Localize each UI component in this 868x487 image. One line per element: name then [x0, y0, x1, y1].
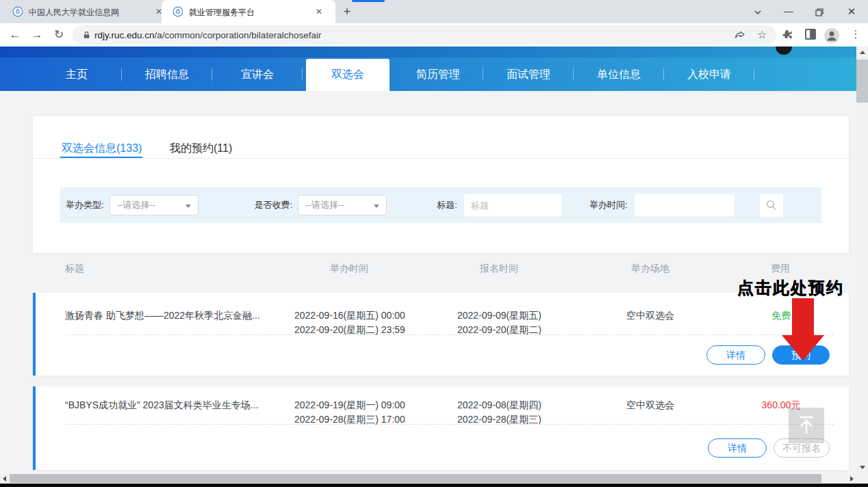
- scroll-left-icon[interactable]: [3, 476, 6, 482]
- share-icon[interactable]: [734, 29, 746, 41]
- detail-button[interactable]: 详情: [706, 345, 765, 365]
- browser-toolbar: ← → ↻ rdjy.ruc.edu.cn/a/common/corporati…: [0, 23, 868, 47]
- jobfair-panel: 双选会信息(133) 我的预约(11) 举办类型: --请选择-- 是否收费: …: [33, 116, 849, 253]
- window-close-button[interactable]: ✕: [841, 0, 863, 23]
- col-hold-time: 举办时间: [330, 263, 368, 275]
- jobfair-row-1: 激扬青春 助飞梦想——2022年秋季北京金融... 2022-09-16(星期五…: [33, 293, 849, 376]
- tab-title: 就业管理服务平台: [189, 7, 305, 18]
- filter-time-label: 举办时间:: [589, 199, 628, 211]
- address-bar[interactable]: rdjy.ruc.edu.cn/a/common/corporation/bil…: [73, 25, 776, 44]
- row-divider: [65, 424, 834, 425]
- row-venue: 空中双选会: [626, 308, 674, 323]
- window-minimize-button[interactable]: —: [778, 0, 800, 23]
- row-divider: [65, 334, 834, 335]
- browser-tab-1[interactable]: 中国人民大学就业信息网 ✕: [5, 0, 162, 23]
- detail-button[interactable]: 详情: [708, 438, 767, 458]
- site-top-strip: [0, 47, 856, 57]
- nav-item-jobs[interactable]: 招聘信息: [122, 57, 212, 91]
- filter-bar: 举办类型: --请选择-- 是否收费: --请选择-- 标题: 举办时间:: [60, 187, 821, 223]
- horizontal-scrollbar-thumb[interactable]: [10, 474, 821, 483]
- col-fee: 费用: [771, 263, 790, 275]
- filter-fee-label: 是否收费:: [255, 199, 293, 211]
- back-to-top-button[interactable]: [789, 408, 824, 443]
- row-signup-time: 2022-09-08(星期四) 2022-09-28(星期三): [457, 398, 541, 427]
- back-to-top-icon: [797, 416, 815, 435]
- search-button[interactable]: [760, 194, 783, 217]
- reload-icon[interactable]: ↻: [52, 28, 66, 42]
- row-hold-time: 2022-09-16(星期五) 00:00 2022-09-20(星期二) 23…: [294, 308, 405, 337]
- nav-item-home[interactable]: 主页: [31, 57, 122, 91]
- time-input[interactable]: [635, 194, 735, 216]
- scrollbar-corner: [856, 473, 868, 484]
- col-venue: 举办场地: [631, 263, 669, 275]
- chevron-down-icon: [186, 205, 191, 208]
- url-path: /a/common/corporation/bilateralchosefair: [155, 30, 322, 40]
- tab-jobfair-info[interactable]: 双选会信息(133): [62, 142, 142, 156]
- tab-search-chevron-icon[interactable]: [747, 0, 769, 23]
- chevron-down-icon: [374, 205, 379, 208]
- row-hold-time: 2022-09-19(星期一) 09:00 2022-09-28(星期三) 17…: [294, 398, 405, 427]
- filter-title-label: 标题:: [437, 199, 457, 211]
- notification-strip: [352, 0, 385, 2]
- row-fee: 免费: [771, 308, 791, 323]
- vertical-scrollbar-thumb[interactable]: [856, 60, 868, 103]
- row-venue: 空中双选会: [626, 398, 674, 412]
- profile-avatar[interactable]: [824, 28, 838, 42]
- lock-icon: [82, 31, 91, 40]
- scroll-right-icon[interactable]: [850, 476, 854, 482]
- extensions-puzzle-icon[interactable]: [780, 28, 794, 42]
- browser-tab-2-active[interactable]: 就业管理服务平台 ✕: [162, 0, 335, 23]
- scroll-down-icon[interactable]: [860, 466, 865, 469]
- nav-item-infosession[interactable]: 宣讲会: [212, 57, 303, 91]
- bookmark-star-icon[interactable]: ☆: [757, 29, 769, 41]
- back-icon[interactable]: ←: [8, 28, 22, 42]
- close-tab-icon[interactable]: ✕: [314, 6, 324, 17]
- search-icon: [766, 200, 777, 211]
- col-signup-time: 报名时间: [480, 263, 518, 275]
- row-signup-time: 2022-09-09(星期五) 2022-09-20(星期二): [457, 308, 541, 337]
- nav-item-interview[interactable]: 面试管理: [483, 57, 574, 91]
- annotation-arrow: [792, 298, 814, 335]
- url-domain: rdjy.ruc.edu.cn: [94, 30, 155, 40]
- url-text: rdjy.ruc.edu.cn/a/common/corporation/bil…: [94, 30, 321, 40]
- tab-title: 中国人民大学就业信息网: [29, 7, 131, 18]
- window-restore-button[interactable]: [808, 0, 830, 23]
- site-navbar: 主页 招聘信息 宣讲会 双选会 简历管理 面试管理 单位信息 入校申请: [0, 57, 856, 91]
- browser-menu-dots-icon[interactable]: ⋮: [849, 28, 863, 42]
- taskbar-edge: [0, 484, 868, 487]
- horizontal-scrollbar[interactable]: [0, 473, 856, 484]
- tabs-divider: [33, 158, 849, 159]
- nav-item-jobfair-active[interactable]: 双选会: [303, 57, 393, 91]
- nav-item-resume[interactable]: 简历管理: [393, 57, 483, 91]
- nav-item-campus-entry[interactable]: 入校申请: [664, 57, 754, 91]
- jobfair-row-2: “BJBYS成功就业” 2023届文科类毕业生专场... 2022-09-19(…: [33, 386, 849, 470]
- title-input[interactable]: [464, 194, 562, 216]
- type-select[interactable]: --请选择--: [110, 195, 199, 215]
- nav-item-company[interactable]: 单位信息: [574, 57, 664, 91]
- new-tab-button[interactable]: +: [340, 5, 354, 18]
- web-page: 主页 招聘信息 宣讲会 双选会 简历管理 面试管理 单位信息 入校申请 双选会信…: [0, 47, 856, 473]
- forward-icon[interactable]: →: [30, 28, 44, 42]
- fee-select[interactable]: --请选择--: [298, 195, 387, 215]
- tab-my-reservations[interactable]: 我的预约(11): [170, 142, 232, 156]
- annotation-arrow-head: [782, 335, 824, 360]
- table-header: 标题 举办时间 报名时间 举办场地 费用: [0, 263, 856, 276]
- filter-type-label: 举办类型:: [66, 199, 104, 211]
- browser-tab-strip: 中国人民大学就业信息网 ✕ 就业管理服务平台 ✕ + — ✕: [0, 0, 868, 23]
- annotation-click-here: 点击此处预约: [737, 277, 844, 299]
- col-title: 标题: [65, 263, 84, 275]
- row-title[interactable]: 激扬青春 助飞梦想——2022年秋季北京金融...: [65, 308, 291, 323]
- ruc-logo-icon: [173, 6, 183, 17]
- row-title[interactable]: “BJBYS成功就业” 2023届文科类毕业生专场...: [65, 398, 291, 412]
- vertical-scrollbar[interactable]: [856, 47, 868, 473]
- ruc-logo-icon: [12, 6, 23, 17]
- side-panel-icon[interactable]: [804, 28, 818, 42]
- scroll-up-icon[interactable]: [860, 51, 865, 54]
